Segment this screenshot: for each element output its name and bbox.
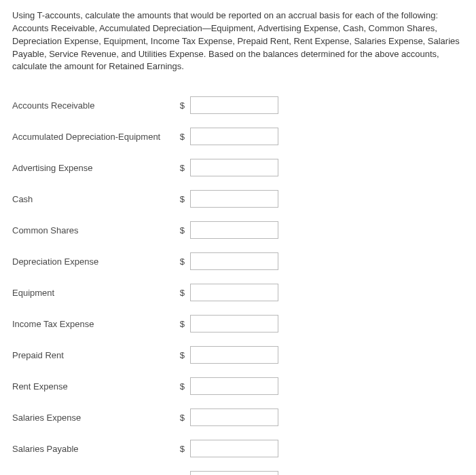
amount-cell xyxy=(190,183,278,214)
account-row: Income Tax Expense$ xyxy=(12,308,278,339)
instructions-text: Using T-accounts, calculate the amounts … xyxy=(12,10,464,73)
account-label: Prepaid Rent xyxy=(12,339,175,370)
account-label: Rent Expense xyxy=(12,370,175,402)
account-label: Equipment xyxy=(12,277,175,308)
account-label: Common Shares xyxy=(12,214,175,246)
amount-input[interactable] xyxy=(190,159,278,176)
amount-input[interactable] xyxy=(190,440,278,457)
currency-symbol: $ xyxy=(175,183,190,214)
amount-input[interactable] xyxy=(190,377,278,395)
amount-input[interactable] xyxy=(190,128,278,145)
amount-input[interactable] xyxy=(190,190,278,208)
amount-cell xyxy=(190,308,278,339)
account-row: Rent Expense$ xyxy=(12,370,278,402)
currency-symbol: $ xyxy=(175,152,190,183)
account-label: Service Revenue xyxy=(12,464,175,475)
account-row: Common Shares$ xyxy=(12,214,278,246)
account-label: Advertising Expense xyxy=(12,152,175,183)
currency-symbol: $ xyxy=(175,464,190,475)
currency-symbol: $ xyxy=(175,246,190,277)
account-row: Accounts Receivable$ xyxy=(12,90,278,121)
amount-input[interactable] xyxy=(190,471,278,475)
amount-cell xyxy=(190,464,278,475)
amount-cell xyxy=(190,152,278,183)
amount-cell xyxy=(190,433,278,464)
currency-symbol: $ xyxy=(175,433,190,464)
amount-cell xyxy=(190,246,278,277)
amount-cell xyxy=(190,370,278,402)
currency-symbol: $ xyxy=(175,214,190,246)
amount-cell xyxy=(190,339,278,370)
amount-input[interactable] xyxy=(190,221,278,239)
amount-input[interactable] xyxy=(190,284,278,301)
account-label: Salaries Payable xyxy=(12,433,175,464)
amount-input[interactable] xyxy=(190,252,278,270)
accounts-form-table: Accounts Receivable$Accumulated Deprecia… xyxy=(12,90,278,475)
account-label: Depreciation Expense xyxy=(12,246,175,277)
currency-symbol: $ xyxy=(175,277,190,308)
amount-input[interactable] xyxy=(190,96,278,114)
amount-input[interactable] xyxy=(190,408,278,426)
account-row: Depreciation Expense$ xyxy=(12,246,278,277)
account-label: Salaries Expense xyxy=(12,402,175,433)
amount-input[interactable] xyxy=(190,315,278,332)
amount-input[interactable] xyxy=(190,346,278,364)
account-label: Accumulated Depreciation-Equipment xyxy=(12,121,175,152)
amount-cell xyxy=(190,277,278,308)
account-row: Service Revenue$ xyxy=(12,464,278,475)
account-row: Advertising Expense$ xyxy=(12,152,278,183)
amount-cell xyxy=(190,214,278,246)
currency-symbol: $ xyxy=(175,370,190,402)
account-label: Income Tax Expense xyxy=(12,308,175,339)
account-row: Salaries Expense$ xyxy=(12,402,278,433)
currency-symbol: $ xyxy=(175,308,190,339)
account-row: Accumulated Depreciation-Equipment$ xyxy=(12,121,278,152)
amount-cell xyxy=(190,402,278,433)
amount-cell xyxy=(190,90,278,121)
account-row: Equipment$ xyxy=(12,277,278,308)
currency-symbol: $ xyxy=(175,402,190,433)
currency-symbol: $ xyxy=(175,339,190,370)
account-label: Cash xyxy=(12,183,175,214)
account-row: Cash$ xyxy=(12,183,278,214)
currency-symbol: $ xyxy=(175,121,190,152)
account-label: Accounts Receivable xyxy=(12,90,175,121)
account-row: Prepaid Rent$ xyxy=(12,339,278,370)
amount-cell xyxy=(190,121,278,152)
account-row: Salaries Payable$ xyxy=(12,433,278,464)
currency-symbol: $ xyxy=(175,90,190,121)
